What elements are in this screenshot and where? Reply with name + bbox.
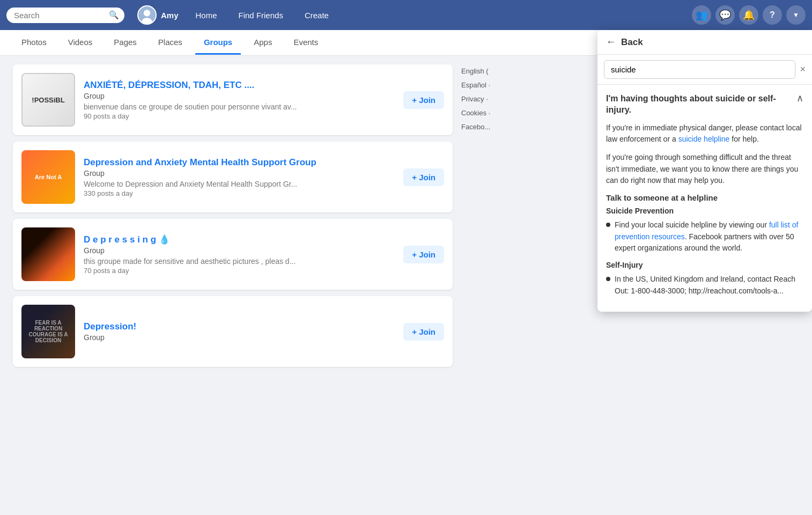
subnav-groups[interactable]: Groups: [195, 31, 241, 55]
table-row: !POSSiBL ANXIÉTÉ, DÉPRESSION, TDAH, ETC …: [13, 64, 453, 135]
nav-create[interactable]: Create: [300, 9, 333, 22]
group-stats-1: 90 posts a day: [84, 112, 395, 120]
group-name-2[interactable]: Depression and Anxiety Mental Health Sup…: [84, 157, 316, 167]
group-type-1: Group: [84, 92, 395, 100]
search-wrapper: 🔍: [6, 8, 124, 23]
dropdown-body: I'm having thoughts about suicide or sel…: [597, 85, 812, 312]
group-desc-3: this groupe made for sensitive and aesth…: [84, 257, 395, 266]
subnav-events[interactable]: Events: [285, 31, 327, 55]
table-row: Are Not A Depression and Anxiety Mental …: [13, 142, 453, 212]
subnav-apps[interactable]: Apps: [245, 31, 280, 55]
group-info-1: ANXIÉTÉ, DÉPRESSION, TDAH, ETC .... Grou…: [84, 80, 395, 120]
crisis-text-1: If you're in immediate physical danger, …: [606, 122, 803, 145]
group-info-4: Depression! Group: [84, 321, 395, 342]
dropdown-search-input[interactable]: [604, 60, 795, 79]
user-name-label: Amy: [161, 11, 179, 20]
group-info-2: Depression and Anxiety Mental Health Sup…: [84, 157, 395, 197]
avatar: [137, 5, 157, 25]
sidebar-cookies: Cookies ·: [461, 109, 490, 117]
bullet-text-2: In the US, United Kingdom and Ireland, c…: [615, 274, 803, 297]
crisis-bullet-1: Find your local suicide helpline by view…: [606, 219, 803, 254]
navbar: 🔍 Amy Home Find Friends Create 👥 💬 🔔: [0, 0, 812, 30]
self-injury-title: Self-Injury: [606, 261, 803, 269]
collapse-button[interactable]: ∧: [796, 92, 803, 104]
group-stats-3: 70 posts a day: [84, 267, 395, 275]
sidebar-lang-espanol: Español ·: [461, 81, 490, 89]
search-button[interactable]: 🔍: [109, 10, 119, 20]
subnav-videos[interactable]: Videos: [60, 31, 101, 55]
navbar-center: Amy Home Find Friends Create: [137, 5, 692, 25]
right-sidebar: English ( Español · Privacy · Cookies · …: [461, 64, 590, 367]
crisis-header: I'm having thoughts about suicide or sel…: [606, 93, 803, 116]
back-label: Back: [621, 37, 643, 48]
sidebar-privacy: Privacy ·: [461, 95, 488, 103]
group-info-3: D e p r e s s i n g 💧 Group this groupe …: [84, 234, 395, 275]
crisis-section-subtitle: Suicide Prevention: [606, 207, 803, 215]
suicide-helpline-link[interactable]: suicide helpline: [678, 135, 730, 143]
people-icon-button[interactable]: 👥: [692, 5, 711, 25]
group-type-2: Group: [84, 169, 395, 178]
group-name-1[interactable]: ANXIÉTÉ, DÉPRESSION, TDAH, ETC ....: [84, 80, 254, 90]
bullet-text-1: Find your local suicide helpline by view…: [615, 219, 803, 254]
group-image-4: FEAR IS A REACTIONCOURAGE IS A DECISION: [21, 305, 75, 358]
dropdown-header[interactable]: ← Back: [597, 30, 812, 55]
join-button-2[interactable]: + Join: [403, 168, 444, 186]
dropdown-panel: ← Back × I'm having thoughts about suici…: [597, 30, 812, 312]
help-icon: ?: [770, 10, 775, 20]
messenger-icon: 💬: [719, 9, 731, 21]
group-type-4: Group: [84, 333, 395, 342]
table-row: D e p r e s s i n g 💧 Group this groupe …: [13, 219, 453, 290]
bell-icon: 🔔: [743, 9, 755, 21]
messenger-icon-button[interactable]: 💬: [715, 5, 735, 25]
crisis-text-2: If you're going through something diffic…: [606, 152, 803, 187]
nav-home[interactable]: Home: [191, 9, 222, 22]
group-image-3: [21, 227, 75, 281]
join-button-3[interactable]: + Join: [403, 246, 444, 263]
group-type-3: Group: [84, 246, 395, 255]
help-icon-button[interactable]: ?: [763, 5, 782, 25]
group-name-4[interactable]: Depression!: [84, 321, 136, 332]
dropdown-arrow-button[interactable]: ▼: [786, 5, 806, 25]
dropdown-search-bar: ×: [597, 55, 812, 85]
sidebar-facebook: Facebo...: [461, 123, 490, 131]
table-row: FEAR IS A REACTIONCOURAGE IS A DECISION …: [13, 296, 453, 367]
svg-point-1: [144, 10, 150, 16]
crisis-bullet-2: In the US, United Kingdom and Ireland, c…: [606, 274, 803, 297]
chevron-down-icon: ▼: [793, 11, 799, 19]
subnav-photos[interactable]: Photos: [13, 31, 55, 55]
bell-icon-button[interactable]: 🔔: [739, 5, 758, 25]
clear-search-button[interactable]: ×: [800, 64, 806, 75]
crisis-title: I'm having thoughts about suicide or sel…: [606, 93, 796, 116]
navbar-icons: 👥 💬 🔔 ? ▼: [692, 5, 806, 25]
join-button-4[interactable]: + Join: [403, 323, 444, 341]
bullet-dot-1: [606, 223, 610, 227]
people-icon: 👥: [696, 9, 707, 21]
group-stats-2: 330 posts a day: [84, 189, 395, 197]
crisis-section-title: Talk to someone at a helpline: [606, 193, 803, 202]
bullet-dot-2: [606, 277, 610, 281]
subnav-pages[interactable]: Pages: [105, 31, 145, 55]
nav-find-friends[interactable]: Find Friends: [234, 9, 287, 22]
search-input[interactable]: [6, 8, 124, 23]
back-arrow-icon: ←: [606, 36, 616, 48]
self-injury-section: Self-Injury In the US, United Kingdom an…: [606, 261, 803, 297]
group-image-1: !POSSiBL: [21, 73, 75, 127]
sidebar-links: English ( Español · Privacy · Cookies · …: [461, 64, 590, 134]
groups-list: !POSSiBL ANXIÉTÉ, DÉPRESSION, TDAH, ETC …: [13, 64, 453, 367]
group-image-2: Are Not A: [21, 150, 75, 204]
group-desc-2: Welcome to Depression and Anxiety Mental…: [84, 180, 395, 188]
group-name-3[interactable]: D e p r e s s i n g 💧: [84, 234, 170, 245]
subnav-places[interactable]: Places: [150, 31, 191, 55]
group-desc-1: bienvenue dans ce groupe de soutien pour…: [84, 102, 395, 111]
sidebar-lang-english: English (: [461, 67, 489, 75]
user-profile-nav[interactable]: Amy: [137, 5, 179, 25]
join-button-1[interactable]: + Join: [403, 91, 444, 109]
